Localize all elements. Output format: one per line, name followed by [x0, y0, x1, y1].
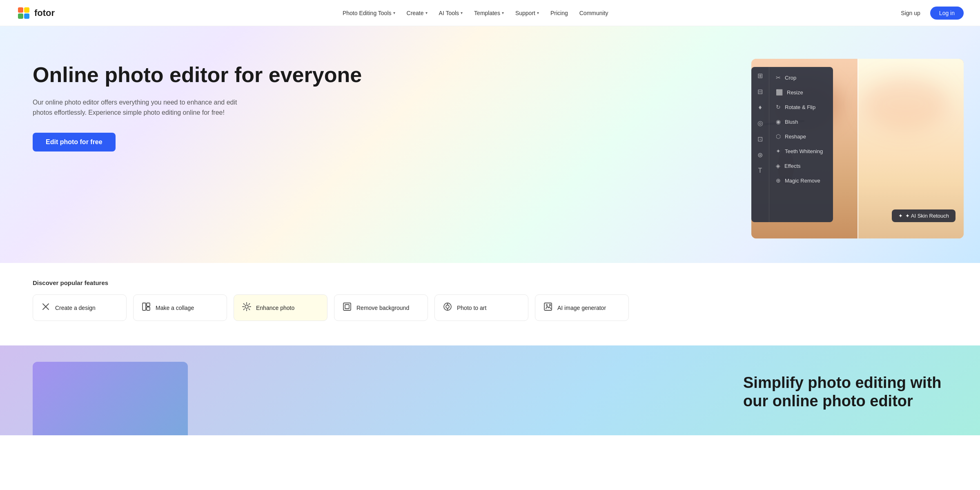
features-section: Discover popular features Create a desig…: [0, 263, 980, 345]
nav-item-photo-editing-tools[interactable]: Photo Editing Tools ▾: [338, 7, 400, 19]
make-collage-icon: [142, 302, 151, 313]
logo-text: fotor: [34, 8, 55, 18]
grid-icon[interactable]: ⊞: [757, 72, 763, 80]
svg-line-17: [249, 304, 249, 305]
chevron-down-icon: ▾: [537, 11, 539, 15]
chevron-down-icon: ▾: [393, 11, 395, 15]
resize-icon: ⬜: [776, 89, 783, 96]
chevron-down-icon: ▾: [502, 11, 504, 15]
feature-card-remove-background[interactable]: Remove background: [334, 294, 428, 321]
reshape-icon: ⬡: [776, 133, 781, 140]
svg-line-15: [244, 304, 245, 305]
svg-rect-20: [345, 305, 349, 309]
eye-icon[interactable]: ◎: [757, 119, 763, 127]
bottom-title: Simplify photo editing with our online p…: [743, 374, 947, 411]
svg-rect-25: [544, 303, 552, 310]
svg-rect-4: [24, 13, 29, 19]
editor-menu: ✂ Crop ⬜ Resize ↻ Rotate & Flip ◉ Blush: [769, 67, 833, 222]
crop-menu-icon: ✂: [776, 74, 781, 81]
feature-label-make-collage: Make a collage: [156, 305, 194, 311]
feature-label-remove-background: Remove background: [356, 305, 409, 311]
blush-icon: ◉: [776, 118, 781, 125]
nav-item-ai-tools[interactable]: AI Tools ▾: [434, 7, 468, 19]
bottom-content-right: Simplify photo editing with our online p…: [743, 374, 947, 411]
svg-rect-1: [18, 7, 23, 13]
svg-point-22: [446, 305, 449, 308]
hero-photo-mockup: ⊞ ⊟ ♦ ◎ ⊡ ⊛ T ✂ Crop ⬜ Resize: [751, 59, 964, 238]
text-icon[interactable]: T: [758, 167, 762, 174]
feature-card-photo-to-art[interactable]: Photo to art: [434, 294, 528, 321]
feature-label-ai-image-generator: AI image generator: [557, 305, 606, 311]
teeth-icon: ✦: [776, 148, 781, 154]
hero-right: ⊞ ⊟ ♦ ◎ ⊡ ⊛ T ✂ Crop ⬜ Resize: [536, 51, 947, 255]
logo-link[interactable]: fotor: [16, 6, 55, 20]
edit-photo-cta-button[interactable]: Edit photo for free: [33, 133, 116, 151]
feature-label-enhance-photo: Enhance photo: [256, 305, 294, 311]
enhance-photo-icon: [242, 302, 251, 313]
svg-rect-3: [18, 13, 23, 19]
feature-label-photo-to-art: Photo to art: [457, 305, 486, 311]
menu-item-magic-remove[interactable]: ⊕ Magic Remove: [769, 173, 833, 188]
editor-panel: ⊞ ⊟ ♦ ◎ ⊡ ⊛ T ✂ Crop ⬜ Resize: [751, 67, 833, 222]
nav-item-pricing[interactable]: Pricing: [546, 7, 573, 19]
nav-links: Photo Editing Tools ▾ Create ▾ AI Tools …: [338, 7, 613, 19]
feature-card-ai-image-generator[interactable]: AI image generator: [535, 294, 629, 321]
hero-left: Online photo editor for everyone Our onl…: [33, 51, 536, 151]
bottom-image-placeholder: [33, 362, 188, 435]
crop-icon[interactable]: ⊡: [757, 135, 763, 143]
features-title: Discover popular features: [33, 279, 947, 286]
svg-point-10: [245, 305, 248, 308]
menu-item-crop[interactable]: ✂ Crop: [769, 70, 833, 85]
menu-item-blush[interactable]: ◉ Blush: [769, 114, 833, 129]
menu-item-effects[interactable]: ◈ Effects: [769, 158, 833, 173]
hero-title: Online photo editor for everyone: [33, 63, 536, 87]
effects-icon: ◈: [776, 163, 780, 169]
svg-rect-7: [143, 303, 146, 310]
create-design-icon: [41, 302, 50, 313]
menu-item-teeth[interactable]: ✦ Teeth Whitening: [769, 144, 833, 158]
ai-skin-retouch-badge: ✦ ✦ AI Skin Retouch: [892, 209, 956, 222]
svg-line-18: [244, 309, 245, 310]
sliders-icon[interactable]: ⊟: [757, 88, 763, 96]
svg-rect-8: [147, 303, 150, 306]
fotor-logo-icon: [16, 6, 31, 20]
feature-label-create-design: Create a design: [55, 305, 96, 311]
menu-item-rotate[interactable]: ↻ Rotate & Flip: [769, 100, 833, 114]
person-icon[interactable]: ♦: [758, 104, 762, 111]
ai-image-generator-icon: [543, 302, 552, 313]
group-icon[interactable]: ⊛: [757, 151, 763, 159]
nav-item-create[interactable]: Create ▾: [402, 7, 432, 19]
login-button[interactable]: Log in: [930, 7, 964, 20]
nav-right: Sign up Log in: [896, 7, 964, 20]
photo-to-art-icon: [443, 302, 452, 313]
chevron-down-icon: ▾: [461, 11, 463, 15]
svg-line-16: [249, 309, 249, 310]
magic-icon: ⊕: [776, 177, 781, 184]
bottom-section: Simplify photo editing with our online p…: [0, 345, 980, 435]
navbar: fotor Photo Editing Tools ▾ Create ▾ AI …: [0, 0, 980, 26]
sparkle-icon: ✦: [898, 213, 903, 219]
signup-button[interactable]: Sign up: [896, 7, 925, 19]
hero-description: Our online photo editor offers everythin…: [33, 97, 245, 118]
menu-item-resize[interactable]: ⬜ Resize: [769, 85, 833, 100]
nav-item-support[interactable]: Support ▾: [510, 7, 544, 19]
rotate-icon: ↻: [776, 104, 781, 110]
hero-section: Online photo editor for everyone Our onl…: [0, 26, 980, 263]
svg-rect-9: [147, 307, 150, 310]
editor-sidebar: ⊞ ⊟ ♦ ◎ ⊡ ⊛ T: [751, 67, 769, 222]
svg-point-26: [546, 305, 548, 306]
chevron-down-icon: ▾: [425, 11, 428, 15]
remove-background-icon: [343, 302, 352, 313]
svg-rect-19: [343, 303, 351, 310]
svg-rect-2: [24, 7, 29, 13]
bottom-wrapper: Simplify photo editing with our online p…: [0, 345, 980, 435]
nav-item-templates[interactable]: Templates ▾: [469, 7, 509, 19]
feature-card-make-collage[interactable]: Make a collage: [133, 294, 227, 321]
feature-card-enhance-photo[interactable]: Enhance photo: [234, 294, 327, 321]
feature-card-create-design[interactable]: Create a design: [33, 294, 127, 321]
nav-item-community[interactable]: Community: [575, 7, 613, 19]
features-grid: Create a design Make a collage: [33, 294, 947, 321]
menu-item-reshape[interactable]: ⬡ Reshape: [769, 129, 833, 144]
